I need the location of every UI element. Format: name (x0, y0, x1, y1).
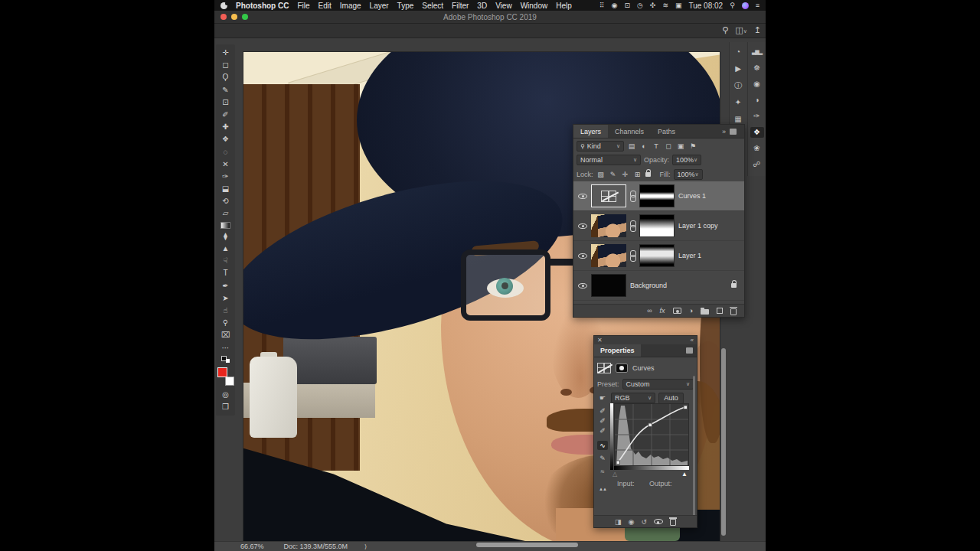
background-color-swatch[interactable] (225, 377, 234, 386)
filter-toggle-icon[interactable]: ⚑ (688, 142, 697, 150)
lock-position-icon[interactable]: ✛ (621, 171, 630, 178)
layer-name[interactable]: Layer 1 (678, 252, 701, 259)
layer-name[interactable]: Background (630, 282, 667, 289)
new-adjustment-layer-icon[interactable]: ◑ (689, 307, 693, 315)
hand-tool[interactable]: ☝ (219, 306, 232, 315)
layer-visibility-icon[interactable] (578, 283, 587, 289)
input-source-icon[interactable]: ▣ (675, 2, 682, 9)
white-point-eyedropper-icon[interactable]: ✐ (597, 426, 608, 435)
panel-menu-icon[interactable] (686, 347, 693, 354)
history-brush-tool[interactable]: ⟲ (219, 197, 232, 206)
lock-paint-icon[interactable]: ✎ (609, 171, 618, 178)
layers-panel-icon[interactable]: ❖ (750, 127, 764, 138)
filter-shape-layers-icon[interactable]: ◻ (664, 142, 673, 150)
edit-toolbar-button[interactable]: ⋯ (219, 344, 232, 353)
menu-window[interactable]: Window (521, 2, 548, 10)
menu-view[interactable]: View (495, 2, 512, 10)
reset-adjustment-icon[interactable]: ↺ (641, 518, 647, 526)
histogram-panel-icon[interactable]: ▃▆▂ (750, 47, 764, 57)
foreground-color-swatch[interactable] (217, 367, 227, 377)
history-panel-icon[interactable]: ◔ (731, 47, 745, 57)
screen-mode-button[interactable]: ❐ (219, 403, 232, 412)
layer-mask-thumbnail[interactable] (639, 244, 675, 267)
menu-edit[interactable]: Edit (318, 2, 332, 10)
paths-panel-icon[interactable]: ☍ (750, 159, 764, 170)
zoom-level[interactable]: 66.67% (240, 543, 264, 550)
canvas-vertical-scrollbar[interactable] (721, 348, 726, 536)
menu-filter[interactable]: Filter (452, 2, 469, 10)
eraser-tool[interactable]: ▱ (219, 209, 232, 218)
pen-tool[interactable]: ✒ (219, 282, 232, 291)
app-status-icon[interactable]: ◉ (612, 2, 618, 9)
channels-panel-icon[interactable]: ❀ (750, 143, 764, 154)
layer-name[interactable]: Layer 1 copy (678, 222, 718, 230)
mask-link-icon[interactable] (630, 220, 635, 232)
siri-icon[interactable] (742, 2, 749, 9)
link-layers-icon[interactable]: ∞ (647, 307, 652, 315)
preset-dropdown[interactable]: Custom ∨ (622, 379, 694, 390)
close-panel-icon[interactable]: ✕ (597, 337, 603, 344)
move-tool[interactable]: ✛ (219, 48, 232, 57)
layer-name[interactable]: Curves 1 (678, 192, 706, 200)
navigator-panel-icon[interactable]: ☸ (750, 63, 764, 73)
properties-scrollbar[interactable] (693, 376, 695, 525)
canvas-horizontal-scrollbar[interactable] (476, 543, 578, 547)
airplay-icon[interactable]: ⊡ (624, 2, 630, 9)
marquee-tool[interactable]: ◻ (219, 60, 232, 70)
color-panel-icon[interactable]: ✦ (731, 97, 745, 108)
layer-thumbnail[interactable] (591, 274, 626, 297)
black-point-slider[interactable]: △ (612, 471, 617, 478)
slice-tool[interactable]: ⌧ (219, 331, 232, 340)
layer-row-layer-1-copy[interactable]: Layer 1 copy (573, 211, 744, 241)
filter-adjustment-layers-icon[interactable]: ◐ (639, 142, 648, 150)
menu-3d[interactable]: 3D (477, 2, 487, 10)
white-point-slider[interactable]: ▲ (681, 471, 688, 478)
quick-selection-tool[interactable]: ✎ (219, 86, 232, 95)
sharpen-tool[interactable]: ▲ (219, 244, 232, 253)
type-tool[interactable]: T (219, 269, 232, 278)
collapse-panel-icon[interactable]: « (691, 337, 694, 344)
smudge-tool[interactable]: ☟ (219, 256, 232, 266)
layer-mask-thumbnail[interactable] (639, 184, 675, 207)
tab-channels[interactable]: Channels (608, 125, 651, 138)
new-group-icon[interactable] (701, 309, 709, 315)
spot-healing-tool[interactable]: ✚ (219, 122, 232, 132)
apple-menu-icon[interactable] (220, 2, 227, 9)
fan-icon[interactable]: ✣ (650, 2, 656, 9)
new-layer-icon[interactable] (717, 308, 723, 314)
path-select-tool[interactable]: ➤ (219, 294, 232, 303)
layer-style-icon[interactable]: fx (660, 307, 665, 315)
menu-help[interactable]: Help (556, 2, 572, 10)
menu-file[interactable]: File (297, 2, 309, 10)
search-icon[interactable]: ⚲ (722, 25, 728, 35)
share-icon[interactable]: ↥ (754, 25, 761, 35)
layer-mask-thumbnail[interactable] (639, 214, 675, 237)
tab-properties[interactable]: Properties (594, 344, 641, 357)
menu-app-name[interactable]: Photoshop CC (236, 2, 289, 10)
info-panel-icon[interactable]: ⓘ (731, 80, 745, 91)
auto-button[interactable]: Auto (658, 393, 684, 404)
delete-adjustment-icon[interactable] (670, 519, 676, 526)
filter-smart-objects-icon[interactable]: ▣ (676, 142, 685, 150)
curve-pencil-tool-icon[interactable]: ✎ (597, 454, 608, 463)
mask-link-icon[interactable] (630, 250, 635, 262)
layer-thumbnail[interactable] (591, 244, 626, 267)
black-point-eyedropper-icon[interactable]: ✐ (597, 406, 608, 416)
panel-menu-icon[interactable] (730, 129, 737, 135)
menu-type[interactable]: Type (397, 2, 414, 10)
mask-chip-icon[interactable] (616, 364, 628, 373)
brush-tool[interactable]: ✑ (219, 172, 232, 181)
layer-row-layer-1[interactable]: Layer 1 (573, 241, 744, 271)
menu-image[interactable]: Image (340, 2, 361, 10)
time-machine-icon[interactable]: ◷ (637, 2, 643, 9)
dropbox-icon[interactable]: ⠿ (599, 2, 605, 9)
menubar-clock[interactable]: Tue 08:02 (688, 2, 723, 10)
quick-mask-button[interactable]: ◎ (219, 390, 232, 399)
add-layer-mask-icon[interactable] (673, 308, 681, 314)
menu-select[interactable]: Select (422, 2, 443, 10)
smooth-curve-icon[interactable]: ≈ (597, 467, 608, 476)
curve-point-tool-icon[interactable]: ∿ (597, 441, 608, 450)
content-aware-tool[interactable]: ◌ (219, 148, 232, 157)
notification-center-icon[interactable]: ≡ (756, 2, 760, 9)
layer-visibility-icon[interactable] (578, 253, 587, 259)
